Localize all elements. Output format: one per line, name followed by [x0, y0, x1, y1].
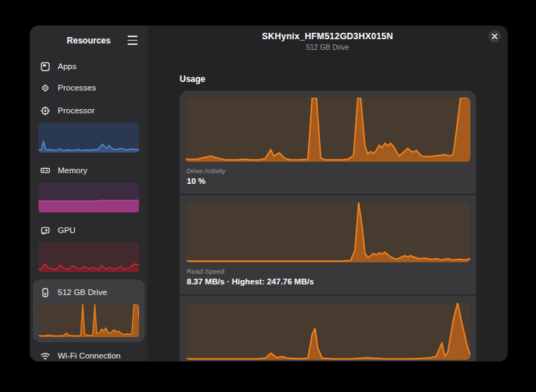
wifi-icon — [40, 351, 51, 361]
sidebar-item-label: Processor — [58, 106, 95, 115]
processor-mini-chart[interactable] — [38, 123, 139, 153]
sidebar-item-gpu[interactable]: GPU — [30, 220, 148, 241]
processes-icon — [40, 83, 51, 93]
usage-card: Drive Activity 10 % Read Speed 8.37 MB/s… — [180, 91, 476, 361]
sidebar-item-label: 512 GB Drive — [58, 288, 107, 296]
main-content: SKHynix_HFM512GD3HX015N 512 GB Drive Usa… — [148, 26, 507, 361]
drive-title: SKHynix_HFM512GD3HX015N — [148, 31, 507, 41]
drive-activity-label: Drive Activity — [187, 166, 469, 175]
drive-activity-chart[interactable] — [185, 98, 470, 162]
read-speed-label: Read Speed — [187, 267, 469, 276]
sidebar-group-processor: Processor — [30, 98, 148, 158]
usage-section-title: Usage — [180, 74, 507, 84]
sidebar: Resources Apps Processes — [30, 26, 148, 361]
drive-mini-chart[interactable] — [38, 304, 139, 337]
sidebar-item-memory[interactable]: Memory — [30, 160, 148, 181]
apps-icon — [40, 61, 51, 72]
resources-app-window: Resources Apps Processes — [30, 26, 507, 361]
memory-mini-chart[interactable] — [38, 182, 139, 212]
close-button[interactable] — [488, 30, 501, 43]
drive-subtitle: 512 GB Drive — [148, 43, 507, 51]
processor-icon — [40, 105, 51, 116]
sidebar-item-label: GPU — [58, 226, 76, 234]
sidebar-item-processor[interactable]: Processor — [30, 100, 148, 121]
write-speed-chart[interactable] — [185, 303, 470, 360]
sidebar-group-drive-selected: 512 GB Drive — [33, 279, 145, 342]
sidebar-item-drive[interactable]: 512 GB Drive — [33, 282, 145, 303]
sidebar-item-label: Apps — [58, 62, 76, 71]
sidebar-item-label: Processes — [58, 83, 96, 92]
sidebar-item-apps[interactable]: Apps — [30, 56, 148, 77]
sidebar-group-gpu: GPU — [30, 218, 148, 278]
sidebar-group-wifi: Wi-Fi Connection — [30, 344, 148, 361]
drive-icon — [40, 287, 51, 298]
read-speed-row: Read Speed 8.37 MB/s · Highest: 247.76 M… — [180, 194, 476, 294]
memory-icon — [40, 165, 51, 176]
gpu-mini-chart[interactable] — [38, 242, 139, 272]
drive-header: SKHynix_HFM512GD3HX015N 512 GB Drive — [148, 26, 507, 51]
close-icon — [492, 33, 498, 39]
sidebar-item-label: Memory — [58, 166, 88, 175]
write-speed-row: Write Speed 0 B/s · Highest: 88.13 MB/s — [180, 294, 476, 361]
sidebar-item-wifi[interactable]: Wi-Fi Connection — [30, 345, 148, 361]
menu-icon[interactable] — [128, 36, 138, 45]
drive-activity-value: 10 % — [187, 175, 469, 187]
app-title: Resources — [67, 36, 110, 46]
drive-activity-row: Drive Activity 10 % — [180, 98, 476, 194]
sidebar-header: Resources — [30, 30, 148, 51]
gpu-icon — [40, 225, 51, 236]
read-speed-chart[interactable] — [185, 202, 470, 262]
sidebar-item-label: Wi-Fi Connection — [58, 351, 120, 360]
sidebar-item-processes[interactable]: Processes — [30, 77, 148, 98]
read-speed-value: 8.37 MB/s · Highest: 247.76 MB/s — [187, 276, 469, 288]
sidebar-group-memory: Memory — [30, 158, 148, 218]
